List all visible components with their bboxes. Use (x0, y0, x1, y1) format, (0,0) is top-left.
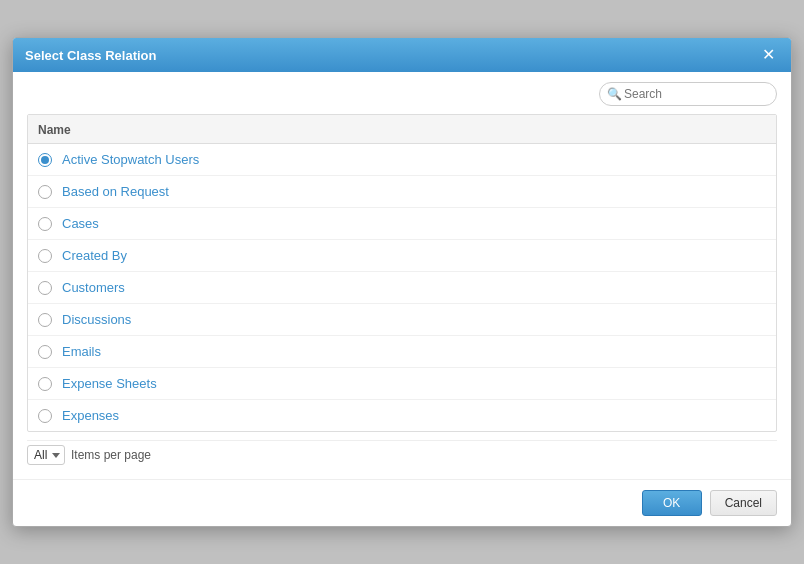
item-label: Emails (62, 344, 101, 359)
radio-button[interactable] (38, 313, 52, 327)
radio-button[interactable] (38, 217, 52, 231)
ok-button[interactable]: OK (642, 490, 702, 516)
item-label: Discussions (62, 312, 131, 327)
item-label: Customers (62, 280, 125, 295)
item-label: Expense Sheets (62, 376, 157, 391)
list-item[interactable]: Discussions (28, 304, 776, 336)
name-column-header: Name (38, 123, 71, 137)
radio-button[interactable] (38, 185, 52, 199)
items-per-page-label: Items per page (71, 448, 151, 462)
item-label: Based on Request (62, 184, 169, 199)
close-button[interactable]: ✕ (758, 45, 779, 65)
item-label: Created By (62, 248, 127, 263)
search-input[interactable] (599, 82, 777, 106)
radio-button[interactable] (38, 345, 52, 359)
select-class-dialog: Select Class Relation ✕ 🔍 Name Active St… (12, 37, 792, 527)
radio-button[interactable] (38, 153, 52, 167)
list-item[interactable]: Expense Sheets (28, 368, 776, 400)
dialog-body: 🔍 Name Active Stopwatch UsersBased on Re… (13, 72, 791, 479)
per-page-control: All 10 25 50 Items per page (27, 445, 151, 465)
table-container: Name Active Stopwatch UsersBased on Requ… (27, 114, 777, 432)
list-item[interactable]: Based on Request (28, 176, 776, 208)
list-item[interactable]: Customers (28, 272, 776, 304)
search-icon: 🔍 (607, 87, 622, 101)
list-container: Active Stopwatch UsersBased on RequestCa… (28, 144, 776, 431)
list-item[interactable]: Cases (28, 208, 776, 240)
dialog-footer: OK Cancel (13, 479, 791, 526)
dialog-header: Select Class Relation ✕ (13, 38, 791, 72)
items-per-page-select[interactable]: All 10 25 50 (27, 445, 65, 465)
table-header: Name (28, 115, 776, 144)
list-item[interactable]: Expenses (28, 400, 776, 431)
search-wrapper: 🔍 (599, 82, 777, 106)
radio-button[interactable] (38, 281, 52, 295)
list-item[interactable]: Emails (28, 336, 776, 368)
list-item[interactable]: Created By (28, 240, 776, 272)
radio-button[interactable] (38, 377, 52, 391)
list-item[interactable]: Active Stopwatch Users (28, 144, 776, 176)
cancel-button[interactable]: Cancel (710, 490, 777, 516)
item-label: Expenses (62, 408, 119, 423)
radio-dot (41, 156, 49, 164)
dialog-title: Select Class Relation (25, 48, 157, 63)
search-row: 🔍 (27, 82, 777, 106)
item-label: Active Stopwatch Users (62, 152, 199, 167)
radio-button[interactable] (38, 249, 52, 263)
pagination-row: All 10 25 50 Items per page (27, 440, 777, 469)
radio-button[interactable] (38, 409, 52, 423)
item-label: Cases (62, 216, 99, 231)
